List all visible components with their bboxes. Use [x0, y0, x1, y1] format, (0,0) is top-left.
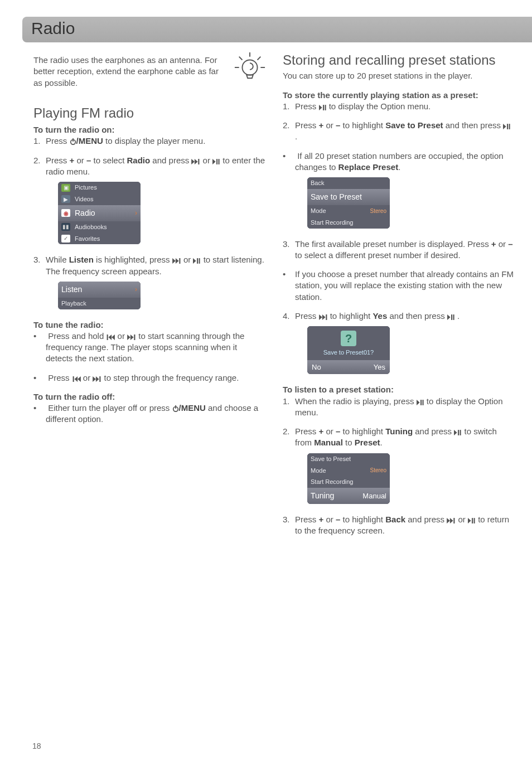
preset-heading: Storing and recalling preset stations: [283, 51, 515, 69]
store-step-3-note: If you choose a preset number that alrea…: [283, 269, 515, 303]
chevron-right-icon: ›: [135, 209, 137, 217]
device-main-menu: ▣Pictures ▶Videos ◉Radio› ▮▮Audiobooks ✓…: [58, 182, 141, 244]
listen-step-2: 2.Press + or – to highlight Tuning and p…: [283, 426, 515, 504]
store-note: If all 20 preset station numbers are occ…: [283, 151, 515, 229]
antenna-note: The radio uses the earphones as an anten…: [33, 51, 228, 89]
page-number: 18: [32, 741, 41, 750]
device-tuning-menu: Save to Preset ModeStereo Start Recordin…: [307, 453, 390, 504]
tune-bullet-1: Press and hold or to start scanning thro…: [33, 331, 266, 365]
turn-on-subhead: To turn the radio on:: [33, 124, 266, 135]
play-pause-icon: [503, 124, 511, 129]
play-pause-icon: [212, 159, 220, 164]
preset-intro: You can store up to 20 preset stations i…: [283, 70, 515, 81]
power-icon: [70, 138, 76, 145]
power-icon: [172, 405, 179, 412]
tune-subhead: To tune the radio:: [33, 319, 266, 331]
play-pause-icon: [454, 430, 462, 435]
store-step-2: 2.Press + or – to highlight Save to Pres…: [283, 120, 515, 143]
play-pause-icon: [417, 400, 424, 405]
section-header: Radio: [22, 17, 532, 42]
turn-on-step-3: 3.While Listen is highlighted, press or …: [33, 254, 266, 309]
play-pause-icon: [193, 258, 201, 264]
turn-off-bullet: Either turn the player off or press /MEN…: [33, 403, 266, 425]
device-save-menu: Back Save to Preset ModeStereo Start Rec…: [307, 177, 390, 228]
forward-icon: [319, 314, 328, 320]
playing-fm-heading: Playing FM radio: [33, 104, 266, 122]
forward-icon: [93, 376, 101, 382]
left-column: The radio uses the earphones as an anten…: [33, 51, 266, 545]
play-pause-icon: [447, 314, 455, 320]
device-listen-menu: Listen› Playback: [58, 282, 141, 309]
tune-bullet-2: Press or to step through the frequency r…: [33, 372, 266, 384]
chevron-right-icon: ›: [135, 285, 137, 294]
play-pause-icon: [468, 518, 476, 523]
turn-off-subhead: To turn the radio off:: [33, 391, 266, 403]
store-step-1: 1.Press to display the Option menu.: [283, 101, 515, 112]
previous-icon: [72, 376, 81, 382]
tip-lightbulb-icon: [234, 51, 266, 84]
forward-icon: [172, 258, 181, 264]
turn-on-step-1: 1.Press /MENU to display the player menu…: [33, 135, 266, 147]
forward-icon: [127, 334, 136, 340]
store-step-4: 4.Press to highlight Yes and then press …: [283, 311, 515, 375]
previous-icon: [106, 334, 115, 340]
play-pause-icon: [319, 105, 327, 110]
page-title: Radio: [31, 19, 532, 38]
turn-on-step-2: 2.Press + or – to select Radio and press…: [33, 155, 266, 245]
listen-step-1: 1.When the radio is playing, press to di…: [283, 396, 515, 419]
forward-icon: [447, 518, 456, 523]
listen-step-3: 3.Press + or – to highlight Back and pre…: [283, 514, 515, 537]
listen-subhead: To listen to a preset station:: [283, 384, 515, 395]
forward-icon: [191, 159, 200, 164]
store-step-3: 3.The first available preset number is d…: [283, 239, 515, 261]
device-confirm-prompt: ? Save to Preset01? NoYes: [307, 326, 390, 374]
store-subhead: To store the currently playing station a…: [283, 90, 515, 101]
right-column: Storing and recalling preset stations Yo…: [283, 51, 515, 545]
question-icon: ?: [341, 331, 356, 346]
